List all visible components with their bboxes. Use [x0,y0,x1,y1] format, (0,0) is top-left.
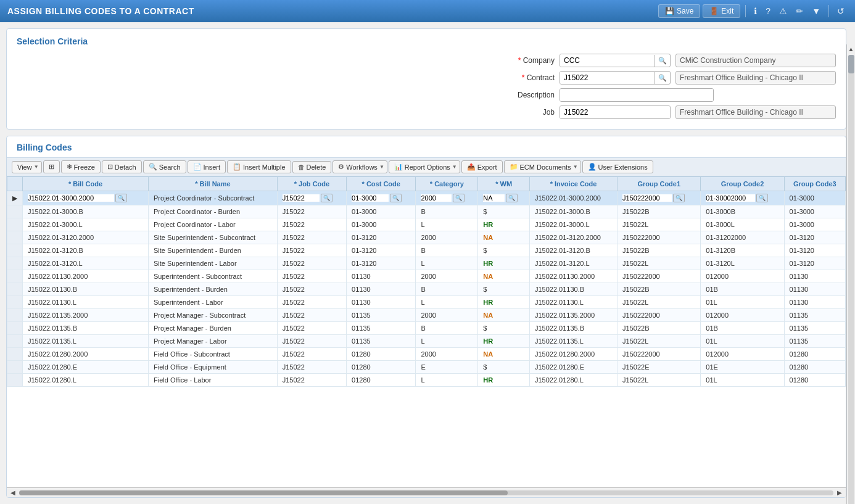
cell-group-code2[interactable]: 01-3000B [701,205,784,218]
cell-cost-code[interactable]: 🔍 [347,191,416,205]
cell-wm[interactable]: $ [478,205,530,218]
col-group-code1[interactable]: Group Code1 [618,177,701,191]
cell-category[interactable]: 🔍 [416,191,478,205]
table-row[interactable]: J15022.01130.BSuperintendent - BurdenJ15… [7,283,846,296]
billing-table-container[interactable]: * Bill Code * Bill Name * Job Code * Cos… [7,176,846,487]
col-group-code3[interactable]: Group Code3 [784,177,845,191]
cell-group-code1[interactable]: J15022L [618,218,701,231]
cell-wm[interactable]: HR [478,335,530,348]
cell-bill-code[interactable]: J15022.01280.2000 [23,348,149,361]
cell-bill-code[interactable]: J15022.01135.B [23,322,149,335]
cell-cost-code[interactable]: 01280 [347,348,416,361]
cell-bill-code[interactable]: J15022.01-3000.L [23,218,149,231]
vertical-scrollbar[interactable]: ▲ ▼ [846,44,855,504]
view-button[interactable]: View ▼ [12,161,42,173]
group-code2-search-btn[interactable]: 🔍 [756,194,768,202]
col-bill-name[interactable]: * Bill Name [149,177,278,191]
delete-button[interactable]: 🗑 Delete [292,161,332,173]
cell-group-code1[interactable]: J15022E [618,361,701,374]
cell-group-code2[interactable]: 012000 [701,348,784,361]
cell-cost-code[interactable]: 01135 [347,309,416,322]
cell-wm[interactable]: $ [478,361,530,374]
cell-group-code1[interactable]: J15022B [618,283,701,296]
cell-group-code2[interactable]: 01-31202000 [701,231,784,244]
cell-wm[interactable]: HR [478,257,530,270]
company-search-btn[interactable]: 🔍 [655,55,670,67]
cell-bill-code[interactable]: J15022.01-3000.B [23,205,149,218]
horizontal-scrollbar[interactable]: ◀ ▶ [7,487,846,497]
cell-job-code[interactable]: 🔍 [277,191,346,205]
cell-cost-code[interactable]: 01130 [347,296,416,309]
table-row[interactable]: ▶🔍Project Coordinator - Subcontract🔍🔍🔍🔍J… [7,191,846,205]
cell-group-code2[interactable]: 01L [701,296,784,309]
insert-button[interactable]: 📄 Insert [188,160,226,173]
cell-group-code2[interactable]: 01L [701,374,784,387]
page-scroll-track[interactable] [848,55,854,504]
cell-cost-code[interactable]: 01130 [347,270,416,283]
cell-category[interactable]: B [416,322,478,335]
col-wm[interactable]: * WM [478,177,530,191]
col-invoice-code[interactable]: * Invoice Code [529,177,617,191]
category-search-btn[interactable]: 🔍 [453,194,465,202]
cell-wm[interactable]: $ [478,283,530,296]
search-button[interactable]: 🔍 Search [143,160,186,173]
cell-group-code2[interactable]: 01-3000L [701,218,784,231]
cell-bill-code[interactable]: J15022.01135.2000 [23,309,149,322]
col-cost-code[interactable]: * Cost Code [347,177,416,191]
cell-category[interactable]: L [416,374,478,387]
cell-job-code[interactable]: J15022 [277,361,346,374]
cell-group-code2[interactable]: 🔍 [701,191,784,205]
cell-group-code2[interactable]: 01B [701,322,784,335]
cell-group-code1[interactable]: J15022L [618,374,701,387]
cell-category[interactable]: E [416,361,478,374]
table-row[interactable]: J15022.01-3120.LSite Superintendent - La… [7,257,846,270]
cell-bill-code[interactable]: J15022.01135.L [23,335,149,348]
cell-group-code1[interactable]: J15022B [618,205,701,218]
cell-group-code2[interactable]: 01-3120L [701,257,784,270]
cell-bill-code[interactable]: J15022.01280.L [23,374,149,387]
cell-category[interactable]: L [416,257,478,270]
cell-bill-code[interactable]: J15022.01-3120.B [23,244,149,257]
cell-cost-code[interactable]: 01135 [347,335,416,348]
cell-job-code[interactable]: J15022 [277,374,346,387]
cell-bill-code[interactable]: J15022.01-3120.L [23,257,149,270]
cell-group-code2[interactable]: 012000 [701,309,784,322]
cell-bill-code[interactable]: J15022.01130.B [23,283,149,296]
cell-wm[interactable]: NA [478,231,530,244]
cell-group-code1[interactable]: J150222000 [618,270,701,283]
scroll-left-arrow[interactable]: ◀ [9,489,17,496]
cell-job-code[interactable]: J15022 [277,309,346,322]
cell-cost-code[interactable]: 01-3120 [347,244,416,257]
col-category[interactable]: * Category [416,177,478,191]
wm-search-btn[interactable]: 🔍 [506,194,518,202]
cell-group-code1[interactable]: J150222000 [618,348,701,361]
export-button[interactable]: 📤 Export [461,160,503,173]
cell-cost-code[interactable]: 01-3000 [347,205,416,218]
cell-cost-code[interactable]: 01-3120 [347,257,416,270]
table-row[interactable]: J15022.01135.BProject Manager - BurdenJ1… [7,322,846,335]
cell-job-code[interactable]: J15022 [277,270,346,283]
cell-wm[interactable]: HR [478,374,530,387]
cell-category[interactable]: L [416,335,478,348]
wm-input[interactable] [483,194,505,202]
cell-job-code[interactable]: J15022 [277,205,346,218]
cell-group-code2[interactable]: 012000 [701,270,784,283]
bill-code-search-btn[interactable]: 🔍 [115,194,127,202]
cell-bill-code[interactable]: J15022.01130.L [23,296,149,309]
bill-code-input[interactable] [28,194,114,202]
cell-cost-code[interactable]: 01135 [347,322,416,335]
table-row[interactable]: J15022.01-3120.2000Site Superintendent -… [7,231,846,244]
cell-category[interactable]: B [416,244,478,257]
cost-code-input[interactable] [352,194,389,202]
save-button[interactable]: 💾 Save [658,4,700,18]
cell-job-code[interactable]: J15022 [277,296,346,309]
cell-group-code2[interactable]: 01B [701,283,784,296]
job-code-input[interactable] [283,194,320,202]
cell-cost-code[interactable]: 01280 [347,361,416,374]
category-input[interactable] [421,194,452,202]
table-row[interactable]: J15022.01-3120.BSite Superintendent - Bu… [7,244,846,257]
cost-code-search-btn[interactable]: 🔍 [390,194,402,202]
table-row[interactable]: J15022.01130.2000Superintendent - Subcon… [7,270,846,283]
cell-category[interactable]: L [416,296,478,309]
cell-group-code1[interactable]: J150222000 [618,231,701,244]
